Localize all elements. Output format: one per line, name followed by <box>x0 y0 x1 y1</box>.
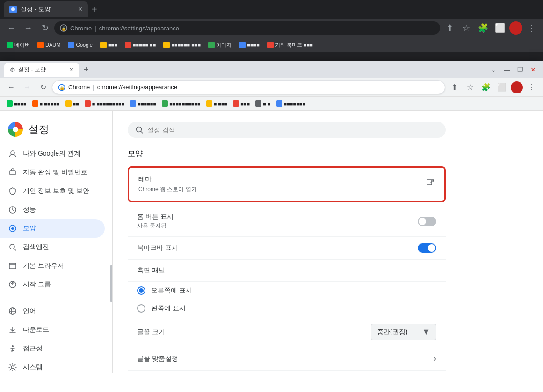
inner-refresh-button[interactable]: ↻ <box>36 80 50 94</box>
font-size-label: 글꼴 크기 <box>137 328 165 336</box>
inner-active-tab[interactable]: ⚙ 설정 - 모양 × <box>4 63 79 77</box>
inner-forward-button[interactable]: → <box>20 80 34 94</box>
sidebar-item-default-browser[interactable]: 기본 브라우저 <box>0 257 105 275</box>
outer-bookmark-5[interactable]: ■■■■■■ ■■■ <box>160 41 203 49</box>
side-panel-left-radio[interactable] <box>137 304 145 313</box>
inner-bookmark-7[interactable]: ■ ■■■ <box>204 100 230 107</box>
inner-bookmark-8[interactable]: ■■■ <box>231 100 252 107</box>
home-button-row: 홈 버튼 표시 사용 중지됨 <box>128 206 446 237</box>
outer-bookmark-button[interactable]: ☆ <box>459 21 474 36</box>
inner-bm-label: ■■■■■■■■■■ <box>169 101 200 107</box>
outer-menu-button[interactable]: ⋮ <box>524 21 539 36</box>
theme-label: 테마 <box>138 175 197 184</box>
outer-bookmark-google[interactable]: Google <box>65 41 95 49</box>
inner-bm-label: ■ ■ <box>263 101 270 107</box>
sidebar-scrollbar[interactable] <box>110 265 112 302</box>
language-icon <box>8 306 17 316</box>
outer-bookmark-img[interactable]: 이미지 <box>205 41 234 50</box>
side-panel-right-option[interactable]: 오른쪽에 표시 <box>128 282 446 299</box>
sidebar-item-performance[interactable]: 성능 <box>0 200 105 219</box>
bookmarks-bar-content: 북마크바 표시 <box>137 244 178 252</box>
inner-bookmark-1[interactable]: ■■■■ <box>4 100 29 107</box>
bookmark-icon <box>267 42 274 48</box>
inner-tab-title: 설정 - 모양 <box>18 66 46 74</box>
home-button-toggle[interactable] <box>418 217 436 226</box>
sidebar-item-privacy[interactable]: 개인 정보 보호 및 보안 <box>0 182 105 200</box>
inner-menu-button[interactable]: ⋮ <box>525 80 539 94</box>
inner-new-tab-button[interactable]: + <box>81 64 92 76</box>
accessibility-icon <box>8 344 17 353</box>
sidebar-item-appearance[interactable]: 모양 <box>0 219 105 238</box>
outer-bookmark-3[interactable]: ■■■ <box>97 41 120 49</box>
inner-sidebar-button[interactable]: ⬜ <box>495 80 509 94</box>
inner-bm-label: ■ ■■■■■■■■■ <box>92 101 125 107</box>
inner-bm-label: ■ ■■■ <box>214 101 228 107</box>
outer-bookmark-7[interactable]: 기타 북마크 ■■■ <box>264 41 316 50</box>
svg-point-20 <box>11 366 14 369</box>
sidebar-item-system[interactable]: 시스템 <box>0 358 105 373</box>
inner-tab-close-button[interactable]: × <box>70 66 73 73</box>
outer-bookmark-naver[interactable]: 네이버 <box>4 41 33 50</box>
outer-forward-button[interactable]: → <box>21 21 36 36</box>
performance-icon <box>8 205 17 214</box>
side-panel-left-label: 왼쪽에 표시 <box>151 304 186 313</box>
external-link-icon[interactable] <box>426 178 435 190</box>
inner-bookmark-9[interactable]: ■ ■ <box>253 100 273 107</box>
inner-bookmark-5[interactable]: ■■■■■■ <box>128 100 159 107</box>
outer-profile-avatar[interactable] <box>509 21 522 35</box>
inner-extension-button[interactable]: 🧩 <box>479 80 493 94</box>
side-panel-label: 측면 패널 <box>137 266 165 275</box>
settings-search-bar[interactable] <box>128 122 446 138</box>
outer-new-tab-button[interactable]: + <box>88 2 101 17</box>
side-panel-right-radio[interactable] <box>137 286 145 295</box>
inner-bookmark-10[interactable]: ■■■■■■■ <box>274 100 308 107</box>
bookmarks-bar-toggle[interactable] <box>418 243 436 253</box>
window-minimize-button[interactable]: — <box>501 64 513 75</box>
outer-sidebar-button[interactable]: ⬜ <box>492 21 507 36</box>
inner-bookmark-4[interactable]: ■ ■■■■■■■■■ <box>82 100 127 107</box>
zoom-row: 페이지 확대/축소 100% ▼ <box>128 371 446 373</box>
outer-extension-button[interactable]: 🧩 <box>476 21 491 36</box>
outer-tab-close[interactable]: × <box>78 5 82 14</box>
inner-address-bar[interactable]: 🔒 Chrome | chrome://settings/appearance <box>52 80 445 94</box>
window-restore-button[interactable]: ❐ <box>514 64 526 75</box>
outer-back-button[interactable]: ← <box>4 21 19 36</box>
browser-icon <box>8 261 17 271</box>
bookmark-icon <box>125 42 131 48</box>
outer-address-bar[interactable]: 🔒 Chrome | chrome://settings/appearance <box>54 21 440 35</box>
inner-bookmark-3[interactable]: ■■ <box>63 100 81 107</box>
svg-point-9 <box>11 227 14 230</box>
sidebar-item-language[interactable]: 언어 <box>0 302 105 321</box>
sidebar-label-search: 검색엔진 <box>23 243 49 251</box>
settings-search-input[interactable] <box>147 126 438 134</box>
sidebar-item-me-google[interactable]: 나와 Google의 관계 <box>0 144 105 163</box>
font-custom-row[interactable]: 글꼴 맞춤설정 › <box>128 347 446 371</box>
inner-bookmark-6[interactable]: ■■■■■■■■■■ <box>159 100 203 107</box>
theme-card-content: 테마 Chrome 웹 스토어 열기 <box>138 175 197 193</box>
window-chevron-button[interactable]: ⌄ <box>488 64 500 75</box>
inner-bm-icon <box>65 100 72 107</box>
font-size-dropdown[interactable]: 중간(권장) ▼ <box>371 324 436 340</box>
sidebar-item-search-engine[interactable]: 검색엔진 <box>0 238 105 257</box>
outer-bookmark-4[interactable]: ■■■■■ ■■ <box>122 41 159 49</box>
inner-profile-avatar[interactable] <box>511 81 523 93</box>
inner-back-button[interactable]: ← <box>4 80 18 94</box>
outer-tab[interactable]: 설정 - 모양 × <box>4 1 88 17</box>
theme-card[interactable]: 테마 Chrome 웹 스토어 열기 <box>128 166 446 202</box>
inner-bookmark-button[interactable]: ☆ <box>463 80 477 94</box>
outer-share-button[interactable]: ⬆ <box>442 21 457 36</box>
side-panel-left-option[interactable]: 왼쪽에 표시 <box>128 299 446 317</box>
inner-share-button[interactable]: ⬆ <box>447 80 461 94</box>
outer-bookmark-6[interactable]: ■■■■ <box>236 41 262 49</box>
sidebar-item-download[interactable]: 다운로드 <box>0 321 105 339</box>
window-close-button[interactable]: ✕ <box>528 64 539 75</box>
outer-refresh-button[interactable]: ↻ <box>37 21 52 36</box>
bookmark-icon <box>37 42 44 48</box>
sidebar-item-autofill[interactable]: 자동 완성 및 비밀번호 <box>0 163 105 182</box>
font-size-row: 글꼴 크기 중간(권장) ▼ <box>128 317 446 347</box>
sidebar-item-startup[interactable]: 시작 그룹 <box>0 275 105 294</box>
outer-bookmark-daum[interactable]: DAUM <box>35 41 63 49</box>
sidebar-item-accessibility[interactable]: 접근성 <box>0 339 105 358</box>
inner-bookmark-2[interactable]: ■ ■■■■■ <box>30 100 62 107</box>
settings-gear-icon: ⚙ <box>10 66 15 73</box>
